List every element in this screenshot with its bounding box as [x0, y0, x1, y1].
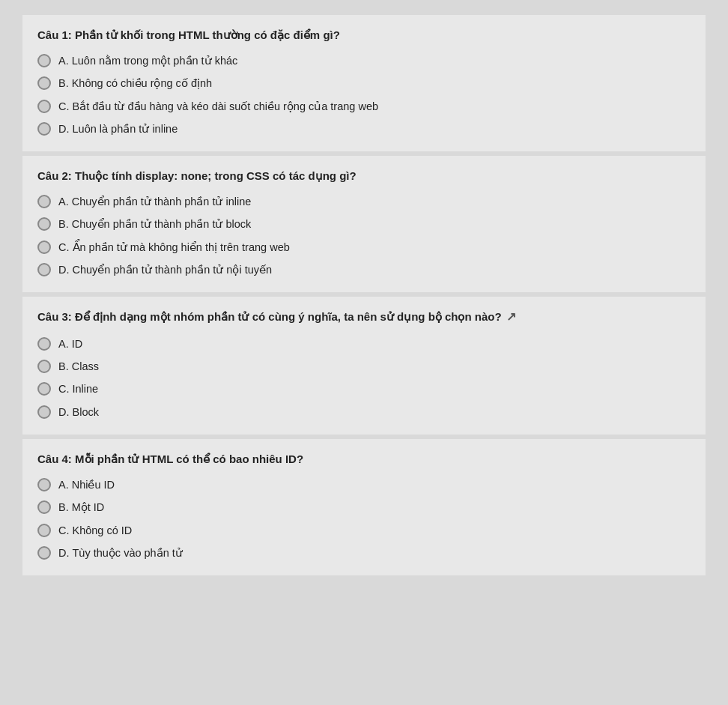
option-label-4-1: A.Nhiều ID [58, 477, 115, 492]
option-item-1-1[interactable]: A.Luôn nằm trong một phần tử khác [37, 53, 691, 68]
option-item-1-2[interactable]: B.Không có chiều rộng cố định [37, 76, 691, 91]
radio-circle-3-1[interactable] [37, 337, 51, 351]
option-item-2-1[interactable]: A.Chuyển phần tử thành phần tử inline [37, 194, 691, 209]
question-block-1: Câu 1: Phần tử khối trong HTML thường có… [22, 15, 706, 151]
option-label-1-4: D.Luôn là phần tử inline [58, 121, 178, 136]
option-item-2-4[interactable]: D.Chuyển phần tử thành phần tử nội tuyến [37, 262, 691, 277]
option-letter: C. [58, 524, 70, 536]
options-list-2: A.Chuyển phần tử thành phần tử inlineB.C… [37, 194, 691, 277]
option-label-2-1: A.Chuyển phần tử thành phần tử inline [58, 194, 251, 209]
option-item-4-1[interactable]: A.Nhiều ID [37, 477, 691, 492]
question-title-1: Câu 1: Phần tử khối trong HTML thường có… [37, 27, 691, 43]
option-letter: A. [58, 55, 69, 67]
radio-circle-1-4[interactable] [37, 122, 51, 136]
option-label-3-2: B.Class [58, 359, 99, 374]
option-letter: C. [58, 241, 70, 253]
option-letter: D. [58, 406, 70, 418]
radio-circle-3-2[interactable] [37, 360, 51, 373]
option-letter: D. [58, 547, 70, 559]
radio-circle-2-1[interactable] [37, 195, 51, 208]
radio-circle-1-2[interactable] [37, 76, 51, 90]
options-list-3: A.IDB.ClassC.InlineD.Block [37, 336, 691, 420]
radio-circle-4-1[interactable] [37, 478, 51, 491]
option-letter: C. [58, 383, 70, 395]
radio-circle-2-3[interactable] [37, 240, 51, 254]
option-item-3-3[interactable]: C.Inline [37, 381, 691, 396]
option-label-3-3: C.Inline [58, 381, 98, 396]
option-label-1-2: B.Không có chiều rộng cố định [58, 76, 212, 91]
question-title-3: Câu 3: Để định dạng một nhóm phần tử có … [37, 309, 691, 325]
option-letter: B. [58, 501, 69, 513]
option-label-3-4: D.Block [58, 405, 99, 420]
option-label-4-2: B.Một ID [58, 500, 104, 515]
option-label-2-2: B.Chuyển phần tử thành phần tử block [58, 217, 251, 232]
radio-circle-1-1[interactable] [37, 54, 51, 67]
option-label-1-1: A.Luôn nằm trong một phần tử khác [58, 53, 237, 68]
option-letter: A. [58, 338, 69, 350]
option-label-4-4: D.Tùy thuộc vào phần tử [58, 545, 183, 560]
option-label-4-3: C.Không có ID [58, 523, 132, 538]
radio-circle-2-4[interactable] [37, 263, 51, 276]
question-title-2: Câu 2: Thuộc tính display: none; trong C… [37, 168, 691, 184]
option-item-4-3[interactable]: C.Không có ID [37, 523, 691, 538]
option-letter: D. [58, 264, 70, 276]
option-letter: B. [58, 360, 69, 372]
option-item-4-2[interactable]: B.Một ID [37, 500, 691, 515]
options-list-4: A.Nhiều IDB.Một IDC.Không có IDD.Tùy thu… [37, 477, 691, 560]
option-item-3-2[interactable]: B.Class [37, 359, 691, 374]
option-letter: A. [58, 479, 69, 491]
radio-circle-2-2[interactable] [37, 217, 51, 231]
option-label-3-1: A.ID [58, 336, 82, 351]
radio-circle-3-4[interactable] [37, 405, 51, 419]
option-label-2-4: D.Chuyển phần tử thành phần tử nội tuyến [58, 262, 272, 277]
question-block-3: Câu 3: Để định dạng một nhóm phần tử có … [22, 297, 706, 435]
option-letter: D. [58, 123, 70, 135]
radio-circle-4-2[interactable] [37, 500, 51, 514]
option-item-3-1[interactable]: A.ID [37, 336, 691, 351]
cursor-icon: ↗ [506, 309, 516, 325]
option-letter: A. [58, 196, 69, 208]
option-letter: B. [58, 218, 69, 230]
radio-circle-4-3[interactable] [37, 524, 51, 537]
option-item-1-4[interactable]: D.Luôn là phần tử inline [37, 121, 691, 136]
question-title-4: Câu 4: Mỗi phần tử HTML có thể có bao nh… [37, 451, 691, 467]
option-label-1-3: C.Bắt đầu từ đầu hàng và kéo dài suốt ch… [58, 99, 378, 114]
question-block-2: Câu 2: Thuộc tính display: none; trong C… [22, 156, 706, 292]
radio-circle-1-3[interactable] [37, 100, 51, 113]
option-item-2-3[interactable]: C.Ẩn phần tử mà không hiển thị trên tran… [37, 240, 691, 255]
options-list-1: A.Luôn nằm trong một phần tử khácB.Không… [37, 53, 691, 136]
option-item-4-4[interactable]: D.Tùy thuộc vào phần tử [37, 545, 691, 560]
option-item-2-2[interactable]: B.Chuyển phần tử thành phần tử block [37, 217, 691, 232]
option-letter: B. [58, 77, 69, 89]
quiz-container: Câu 1: Phần tử khối trong HTML thường có… [0, 0, 728, 590]
option-letter: C. [58, 100, 70, 112]
option-item-3-4[interactable]: D.Block [37, 405, 691, 420]
radio-circle-3-3[interactable] [37, 382, 51, 396]
radio-circle-4-4[interactable] [37, 546, 51, 560]
question-block-4: Câu 4: Mỗi phần tử HTML có thể có bao nh… [22, 439, 706, 575]
option-label-2-3: C.Ẩn phần tử mà không hiển thị trên tran… [58, 240, 290, 255]
option-item-1-3[interactable]: C.Bắt đầu từ đầu hàng và kéo dài suốt ch… [37, 99, 691, 114]
